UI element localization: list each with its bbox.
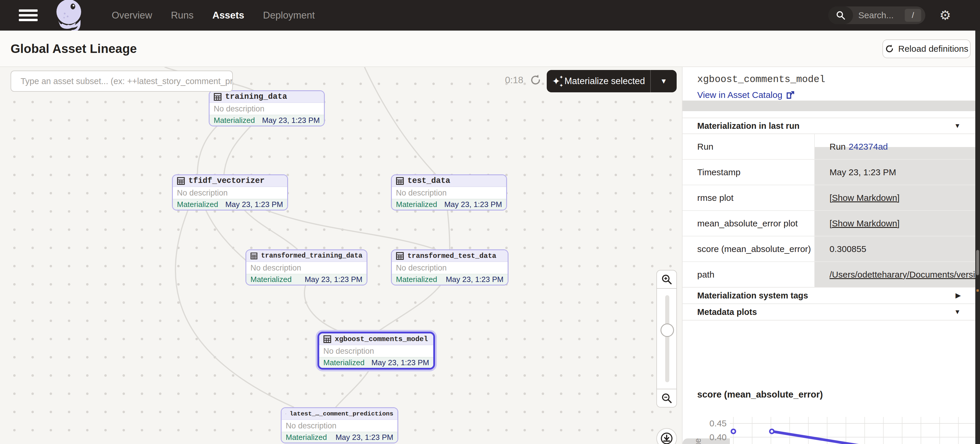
materialize-selected-button-group: ✦✦✦ Materialize selected ▼ — [547, 70, 677, 92]
external-link-icon — [786, 91, 795, 99]
metadata-label: rmse plot — [682, 185, 815, 210]
section-label: Metadata plots — [697, 307, 757, 317]
nav-tab-overview[interactable]: Overview — [112, 10, 152, 21]
desktop-edge-strip — [975, 30, 980, 444]
materialization-time: May 23, 1:23 PM — [371, 358, 429, 367]
section-label: Materialization system tags — [697, 291, 808, 301]
hamburger-icon[interactable] — [19, 10, 38, 21]
status-badge: Materialized — [323, 358, 364, 367]
chevron-down-icon[interactable]: ▼ — [954, 308, 961, 316]
section-materialization-system-tags[interactable]: Materialization system tags ▶ — [682, 287, 975, 304]
main-nav: OverviewRunsAssetsDeployment — [112, 10, 315, 21]
asset-node-xgboost_comments_model[interactable]: xgboost_comments_modelNo descriptionMate… — [317, 332, 435, 369]
materialization-time: May 23, 1:23 PM — [444, 200, 502, 209]
asset-node-footer: MaterializedMay 23, 1:23 PM — [246, 274, 366, 285]
asset-node-description: No description — [319, 345, 433, 357]
metadata-row-rmse-plot: rmse plot[Show Markdown] — [682, 185, 975, 211]
score-line-chart: 0.450.400.350.30Value1:20:36 p.m.1:20:48… — [682, 404, 975, 444]
asset-node-header: transformed_test_data — [392, 250, 508, 262]
status-badge: Materialized — [396, 200, 437, 209]
search-shortcut-badge: / — [905, 9, 921, 22]
section-label: Materialization in last run — [697, 121, 800, 131]
asset-node-description: No description — [282, 420, 398, 432]
dagster-logo[interactable] — [49, 0, 88, 35]
zoom-out-button[interactable] — [656, 389, 677, 407]
panel-scroll-strip[interactable] — [682, 100, 975, 111]
materialize-selected-button[interactable]: ✦✦✦ Materialize selected — [547, 76, 650, 86]
app-root: OverviewRunsAssetsDeployment Search... /… — [0, 0, 980, 444]
metadata-value: [Show Markdown] — [815, 185, 975, 210]
section-metadata-plots[interactable]: Metadata plots ▼ — [682, 304, 975, 320]
run-id-link[interactable]: 242374ad — [849, 142, 888, 152]
asset-details-panel: xgboost_comments_model View in Asset Cat… — [682, 67, 975, 444]
asset-node-header: training_data — [210, 91, 324, 103]
asset-node-tfidf_vectorizer[interactable]: tfidf_vectorizerNo descriptionMaterializ… — [172, 174, 288, 210]
metadata-value: [Show Markdown] — [815, 211, 975, 236]
materialize-dropdown-button[interactable]: ▼ — [651, 77, 677, 85]
nav-tab-assets[interactable]: Assets — [213, 10, 244, 21]
asset-title: xgboost_comments_model — [697, 74, 826, 85]
nav-tab-deployment[interactable]: Deployment — [263, 10, 315, 21]
reload-icon — [885, 44, 894, 54]
lineage-graph-canvas[interactable]: training_dataNo descriptionMaterializedM… — [0, 67, 682, 444]
metadata-table: RunRun 242374adTimestampMay 23, 1:23 PMr… — [682, 134, 975, 288]
section-materialization-last-run[interactable]: Materialization in last run ▼ — [682, 118, 975, 134]
catalog-link-label: View in Asset Catalog — [697, 90, 783, 100]
metadata-row-run: RunRun 242374ad — [682, 134, 975, 160]
asset-node-test_data[interactable]: test_dataNo descriptionMaterializedMay 2… — [391, 174, 507, 210]
refresh-icon[interactable] — [529, 73, 542, 88]
table-icon — [396, 252, 404, 260]
refresh-timer: 0:18 — [505, 75, 523, 86]
materialization-time: May 23, 1:23 PM — [445, 275, 504, 284]
metadata-label: score (mean_absolute_error) — [682, 236, 815, 261]
table-icon — [250, 252, 258, 260]
nav-tab-runs[interactable]: Runs — [171, 10, 194, 21]
table-icon — [323, 335, 331, 343]
materialization-time: May 23, 1:23 PM — [225, 200, 283, 209]
asset-node-training_data[interactable]: training_dataNo descriptionMaterializedM… — [209, 90, 325, 126]
asset-node-description: No description — [173, 187, 287, 199]
table-icon — [396, 177, 404, 185]
zoom-slider-track[interactable] — [665, 295, 669, 382]
download-icon — [660, 432, 673, 444]
gear-icon[interactable]: ⚙ — [939, 8, 951, 23]
svg-text:0.45: 0.45 — [710, 419, 727, 428]
reload-label: Reload definitions — [898, 44, 969, 54]
asset-node-header: test_data — [392, 175, 506, 187]
asset-node-header: xgboost_comments_model — [319, 333, 433, 345]
run-prefix: Run — [829, 142, 846, 152]
asset-node-latest__comment_predictions[interactable]: latest_…_comment_predictionsNo descripti… — [281, 407, 398, 443]
asset-node-description: No description — [246, 262, 366, 274]
metadata-label: mean_absolute_error plot — [682, 211, 815, 236]
metadata-link[interactable]: /Users/odetteharary/Documents/version — [829, 270, 975, 280]
materialize-label: Materialize selected — [564, 76, 645, 86]
status-badge: Materialized — [396, 275, 437, 284]
asset-node-transformed_training_data[interactable]: transformed_training_dataNo descriptionM… — [245, 249, 368, 285]
asset-subset-placeholder: Type an asset subset... (ex: ++latest_st… — [21, 76, 233, 86]
metadata-link[interactable]: [Show Markdown] — [829, 193, 899, 203]
global-search[interactable]: Search... / — [828, 6, 925, 24]
zoom-slider-thumb[interactable] — [660, 323, 674, 337]
metadata-value: 0.300855 — [815, 236, 975, 261]
metadata-link[interactable]: [Show Markdown] — [829, 218, 899, 229]
metadata-row-score-mean-absolute-error-: score (mean_absolute_error)0.300855 — [682, 236, 975, 262]
asset-node-footer: MaterializedMay 23, 1:23 PM — [282, 432, 398, 442]
materialization-time: May 23, 1:23 PM — [304, 275, 363, 284]
page-title: Global Asset Lineage — [11, 42, 137, 56]
asset-node-description: No description — [392, 262, 508, 274]
external-scrollbar-thumb[interactable] — [976, 250, 979, 275]
metadata-row-mean-absolute-error-plot: mean_absolute_error plot[Show Markdown] — [682, 211, 975, 236]
asset-subset-input[interactable]: Type an asset subset... (ex: ++latest_st… — [11, 70, 233, 92]
view-in-asset-catalog-link[interactable]: View in Asset Catalog — [697, 90, 795, 100]
zoom-in-button[interactable] — [656, 270, 677, 289]
svg-text:0.40: 0.40 — [710, 432, 727, 442]
asset-node-transformed_test_data[interactable]: transformed_test_dataNo descriptionMater… — [391, 249, 509, 285]
status-badge: Materialized — [286, 433, 327, 442]
asset-node-header: tfidf_vectorizer — [173, 175, 287, 187]
chevron-right-icon[interactable]: ▶ — [956, 292, 961, 299]
asset-node-header: transformed_training_data — [246, 250, 366, 262]
metadata-value: Run 242374ad — [815, 134, 975, 159]
reload-definitions-button[interactable]: Reload definitions — [882, 40, 970, 58]
metadata-label: path — [682, 262, 815, 287]
chevron-down-icon[interactable]: ▼ — [954, 122, 961, 130]
